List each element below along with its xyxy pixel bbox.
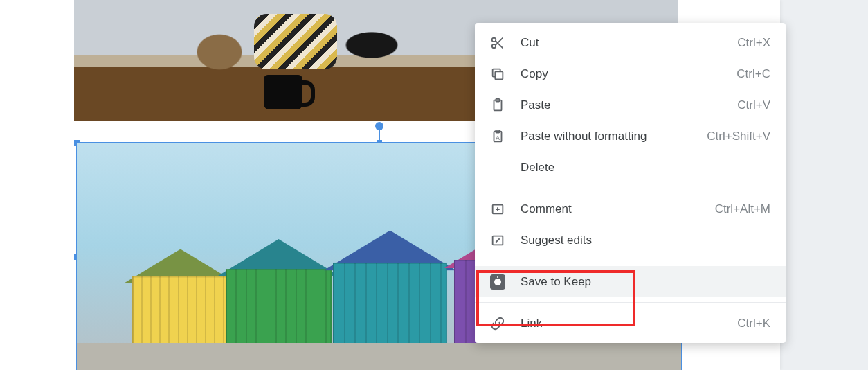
menu-item-copy[interactable]: Copy Ctrl+C — [475, 58, 786, 89]
link-icon — [490, 316, 505, 331]
app-stage: Cut Ctrl+X Copy Ctrl+C Paste Ctrl+V A Pa… — [0, 0, 868, 370]
menu-item-label: Paste — [521, 98, 737, 112]
menu-item-shortcut: Ctrl+X — [737, 36, 770, 50]
menu-item-label: Link — [521, 317, 737, 331]
rotate-handle[interactable] — [375, 122, 383, 130]
menu-item-suggest-edits[interactable]: Suggest edits — [475, 224, 786, 256]
comment-icon — [490, 202, 505, 217]
blank-icon — [490, 160, 505, 175]
menu-item-delete[interactable]: Delete — [475, 152, 786, 183]
menu-item-shortcut: Ctrl+Alt+M — [715, 202, 770, 216]
menu-item-label: Comment — [521, 202, 715, 216]
menu-item-shortcut: Ctrl+V — [737, 98, 770, 112]
menu-separator — [475, 261, 786, 261]
menu-item-label: Delete — [521, 161, 770, 175]
menu-item-link[interactable]: Link Ctrl+K — [475, 308, 786, 339]
menu-item-label: Suggest edits — [521, 234, 770, 247]
menu-item-label: Save to Keep — [521, 275, 770, 289]
menu-item-paste-without-formatting[interactable]: A Paste without formatting Ctrl+Shift+V — [475, 121, 786, 152]
menu-item-label: Copy — [521, 67, 736, 81]
svg-rect-2 — [495, 71, 503, 79]
clipboard-text-icon: A — [490, 129, 505, 144]
menu-item-paste[interactable]: Paste Ctrl+V — [475, 89, 786, 121]
menu-item-label: Cut — [521, 36, 737, 50]
menu-item-label: Paste without formatting — [521, 130, 707, 143]
menu-item-shortcut: Ctrl+K — [737, 317, 770, 331]
clipboard-icon — [490, 98, 505, 113]
menu-item-comment[interactable]: Comment Ctrl+Alt+M — [475, 193, 786, 224]
svg-text:A: A — [496, 134, 500, 141]
menu-item-shortcut: Ctrl+Shift+V — [707, 130, 770, 143]
suggest-edits-icon — [490, 233, 505, 248]
keep-icon — [490, 274, 505, 290]
scissors-icon — [490, 35, 505, 51]
menu-item-save-to-keep[interactable]: Save to Keep — [475, 266, 786, 297]
menu-item-shortcut: Ctrl+C — [736, 67, 770, 81]
menu-item-cut[interactable]: Cut Ctrl+X — [475, 27, 786, 58]
copy-icon — [490, 67, 505, 82]
menu-separator — [475, 302, 786, 303]
menu-separator — [475, 188, 786, 188]
context-menu: Cut Ctrl+X Copy Ctrl+C Paste Ctrl+V A Pa… — [475, 23, 786, 343]
